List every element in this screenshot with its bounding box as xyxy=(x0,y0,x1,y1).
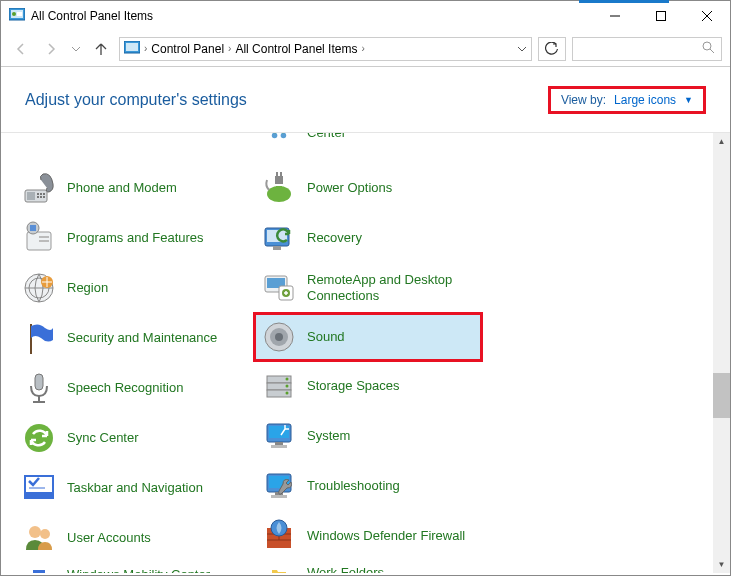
scrollbar[interactable]: ▲ ▼ xyxy=(713,133,730,573)
svg-rect-37 xyxy=(25,492,53,498)
search-icon xyxy=(702,40,715,58)
column-2: Center Power Options Recovery RemoteApp … xyxy=(253,133,493,573)
item-windows-mobility-center[interactable]: Windows Mobility Center xyxy=(13,563,253,573)
item-remoteapp[interactable]: RemoteApp and Desktop Connections xyxy=(253,263,493,313)
svg-line-11 xyxy=(710,49,714,53)
close-button[interactable] xyxy=(684,1,730,31)
item-cutoff-top[interactable] xyxy=(13,133,253,163)
svg-point-61 xyxy=(286,378,289,381)
breadcrumb-all-items[interactable]: All Control Panel Items xyxy=(231,42,361,56)
sync-icon xyxy=(21,420,57,456)
item-storage-spaces[interactable]: Storage Spaces xyxy=(253,361,493,411)
item-user-accounts[interactable]: User Accounts xyxy=(13,513,253,563)
item-security-and-maintenance[interactable]: Security and Maintenance xyxy=(13,313,253,363)
item-programs-and-features[interactable]: Programs and Features xyxy=(13,213,253,263)
item-label: Recovery xyxy=(307,230,362,246)
item-label: Phone and Modem xyxy=(67,180,177,196)
recovery-icon xyxy=(261,220,297,256)
chevron-right-icon[interactable]: › xyxy=(361,43,364,54)
address-bar[interactable]: › Control Panel › All Control Panel Item… xyxy=(119,37,532,61)
flag-icon xyxy=(21,320,57,356)
view-by-value[interactable]: Large icons xyxy=(614,93,676,107)
item-windows-defender-firewall[interactable]: Windows Defender Firewall xyxy=(253,511,493,561)
recent-dropdown[interactable] xyxy=(69,37,83,61)
scroll-thumb[interactable] xyxy=(713,373,730,418)
svg-rect-23 xyxy=(39,236,49,238)
svg-rect-45 xyxy=(276,186,282,194)
view-by-label: View by: xyxy=(561,93,606,107)
item-label: Troubleshooting xyxy=(307,478,400,494)
item-sync-center[interactable]: Sync Center xyxy=(13,413,253,463)
item-label: Sync Center xyxy=(67,430,139,446)
svg-point-17 xyxy=(37,196,39,198)
item-label: Windows Defender Firewall xyxy=(307,528,465,544)
item-label: Speech Recognition xyxy=(67,380,183,396)
item-troubleshooting[interactable]: Troubleshooting xyxy=(253,461,493,511)
svg-point-16 xyxy=(43,193,45,195)
region-icon xyxy=(21,270,57,306)
item-taskbar-and-navigation[interactable]: Taskbar and Navigation xyxy=(13,463,253,513)
svg-rect-66 xyxy=(275,442,283,445)
svg-point-42 xyxy=(272,133,278,138)
folder-icon xyxy=(261,565,297,573)
svg-rect-41 xyxy=(33,570,45,573)
svg-rect-5 xyxy=(657,12,666,21)
breadcrumb-control-panel[interactable]: Control Panel xyxy=(147,42,228,56)
item-label: Work Folders xyxy=(307,565,384,573)
forward-button[interactable] xyxy=(39,37,63,61)
remoteapp-icon xyxy=(261,270,297,306)
svg-point-39 xyxy=(29,526,41,538)
svg-point-40 xyxy=(40,529,50,539)
up-button[interactable] xyxy=(89,37,113,61)
item-label: User Accounts xyxy=(67,530,151,546)
header: Adjust your computer's settings View by:… xyxy=(1,67,730,133)
back-button[interactable] xyxy=(9,37,33,61)
svg-point-2 xyxy=(12,12,16,16)
item-label: Sound xyxy=(307,329,345,345)
svg-point-15 xyxy=(40,193,42,195)
svg-point-62 xyxy=(286,385,289,388)
item-sound[interactable]: Sound xyxy=(253,312,483,362)
item-center-cutoff[interactable]: Center xyxy=(253,133,493,163)
address-dropdown[interactable] xyxy=(517,40,527,58)
svg-point-18 xyxy=(40,196,42,198)
item-phone-and-modem[interactable]: Phone and Modem xyxy=(13,163,253,213)
column-1: Phone and Modem Programs and Features Re… xyxy=(13,133,253,573)
svg-point-35 xyxy=(25,424,53,452)
svg-rect-3 xyxy=(17,12,22,16)
search-input[interactable] xyxy=(572,37,722,61)
svg-rect-67 xyxy=(271,445,287,448)
users-icon xyxy=(21,520,57,556)
refresh-button[interactable] xyxy=(538,37,566,61)
sound-icon xyxy=(261,319,297,355)
item-speech-recognition[interactable]: Speech Recognition xyxy=(13,363,253,413)
svg-point-14 xyxy=(37,193,39,195)
minimize-button[interactable] xyxy=(592,1,638,31)
title-bar: All Control Panel Items xyxy=(1,1,730,31)
item-recovery[interactable]: Recovery xyxy=(253,213,493,263)
item-label: System xyxy=(307,428,350,444)
item-label: Security and Maintenance xyxy=(67,330,217,346)
svg-rect-24 xyxy=(39,240,49,242)
network-icon xyxy=(261,133,297,141)
svg-rect-50 xyxy=(273,246,281,250)
firewall-icon xyxy=(261,518,297,554)
item-label: Region xyxy=(67,280,108,296)
item-power-options[interactable]: Power Options xyxy=(253,163,493,213)
item-label: Center xyxy=(307,133,346,141)
item-system[interactable]: System xyxy=(253,411,493,461)
svg-point-10 xyxy=(703,42,711,50)
item-label: Power Options xyxy=(307,180,392,196)
troubleshoot-icon xyxy=(261,468,297,504)
item-work-folders[interactable]: Work Folders xyxy=(253,561,493,573)
scroll-down-button[interactable]: ▼ xyxy=(713,556,730,573)
svg-point-43 xyxy=(281,133,287,138)
view-by-selector[interactable]: View by: Large icons ▼ xyxy=(548,86,706,114)
scroll-up-button[interactable]: ▲ xyxy=(713,133,730,150)
item-label: Taskbar and Navigation xyxy=(67,480,203,496)
item-region[interactable]: Region xyxy=(13,263,253,313)
navigation-bar: › Control Panel › All Control Panel Item… xyxy=(1,31,730,67)
maximize-button[interactable] xyxy=(638,1,684,31)
taskbar-icon xyxy=(21,470,57,506)
control-panel-icon xyxy=(124,41,140,57)
